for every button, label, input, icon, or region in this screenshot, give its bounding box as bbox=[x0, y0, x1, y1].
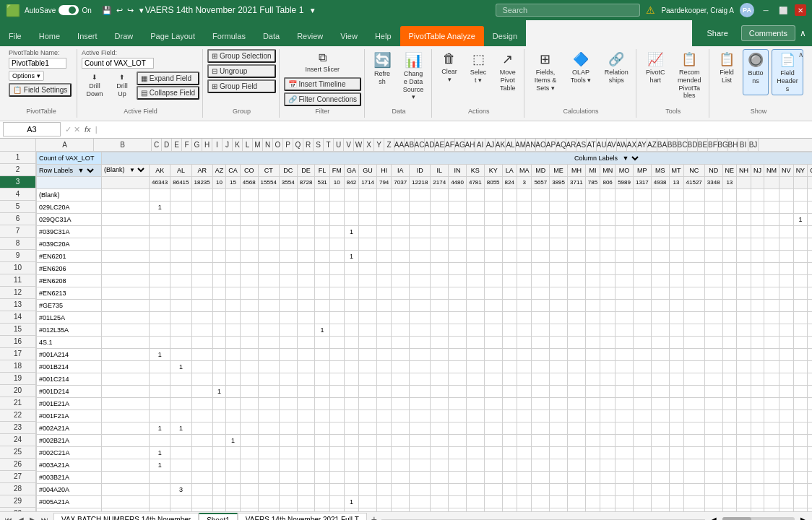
search-input[interactable] bbox=[496, 4, 640, 17]
sheet-tab-vax-batch[interactable]: VAX BATCH NUMBERS 14th November bbox=[53, 513, 199, 520]
move-pivottable-button[interactable]: ↗ Move PivotTable bbox=[494, 49, 521, 94]
data-cell-DE bbox=[297, 287, 315, 299]
tab-nav-last[interactable]: ⏭ bbox=[39, 516, 51, 520]
data-cell-FL bbox=[315, 274, 329, 287]
data-cell-ID bbox=[410, 287, 431, 299]
expand-field-button[interactable]: ▦ Expand Field bbox=[137, 72, 199, 85]
data-cell-KS bbox=[466, 299, 484, 311]
save-icon[interactable]: 💾 bbox=[102, 6, 112, 15]
pivot-table-container[interactable]: Count of VAX_LOTColumn Labels ▼Row Label… bbox=[36, 152, 812, 511]
data-cell-MO bbox=[616, 422, 634, 434]
collapse-field-button[interactable]: ▤ Collapse Field bbox=[137, 86, 199, 100]
tab-insert[interactable]: Insert bbox=[69, 26, 106, 46]
share-button[interactable]: Share bbox=[698, 26, 736, 40]
data-cell-ND bbox=[704, 434, 722, 446]
tab-nav-next[interactable]: ▶ bbox=[27, 516, 38, 520]
change-data-source-button[interactable]: 📊 Change Data Source ▾ bbox=[398, 49, 428, 103]
relationships-button[interactable]: 🔗 Relationships bbox=[600, 49, 633, 94]
data-cell-IN bbox=[449, 201, 467, 213]
olap-tools-button[interactable]: 🔷 OLAP Tools ▾ bbox=[564, 49, 597, 94]
ungroup-button[interactable]: ⊟ Ungroup bbox=[207, 64, 276, 78]
data-cell-ID bbox=[410, 410, 431, 422]
restore-btn[interactable]: ⬜ bbox=[777, 4, 789, 16]
data-cell-AL bbox=[170, 238, 191, 250]
data-cell-CO bbox=[240, 225, 258, 238]
data-cell-NH bbox=[737, 446, 751, 459]
data-cell-GU bbox=[359, 483, 377, 495]
tab-data[interactable]: Data bbox=[254, 26, 288, 46]
horizontal-scroll-right[interactable]: ▶ bbox=[800, 516, 806, 520]
drill-down-button[interactable]: ⬇ Drill Down bbox=[82, 72, 108, 100]
data-cell-CA: 1 bbox=[226, 434, 241, 446]
recommended-pivottables-button[interactable]: 📋 Recommended PivotTables bbox=[673, 49, 706, 102]
tab-help[interactable]: Help bbox=[366, 26, 400, 46]
tab-nav-first[interactable]: ⏮ bbox=[3, 516, 14, 520]
column-labels-filter[interactable]: ▼ bbox=[620, 154, 641, 162]
close-btn[interactable]: ✕ bbox=[795, 4, 806, 16]
tab-review[interactable]: Review bbox=[288, 26, 332, 46]
buttons-button[interactable]: 🔘 Buttons bbox=[743, 49, 769, 95]
clear-button[interactable]: 🗑 Clear ▾ bbox=[436, 49, 462, 94]
minimize-btn[interactable]: ─ bbox=[760, 4, 772, 16]
sheet-tabs-area: ⏮ ◀ ▶ ⏭ VAX BATCH NUMBERS 14th November … bbox=[0, 511, 812, 520]
comments-button[interactable]: Comments bbox=[741, 25, 795, 41]
field-list-button[interactable]: 📋 Field List bbox=[714, 49, 740, 95]
pivotchart-button[interactable]: 📈 PivotChart bbox=[641, 49, 670, 102]
data-cell-GU bbox=[359, 238, 377, 250]
group-selection-button[interactable]: ⊞ Group Selection bbox=[207, 49, 276, 63]
data-cell-MP bbox=[633, 213, 651, 225]
ribbon-collapse-right[interactable]: ∧ bbox=[795, 49, 806, 60]
data-cell-NC bbox=[683, 287, 704, 299]
tab-draw[interactable]: Draw bbox=[106, 26, 142, 46]
data-cell-OH: 1 bbox=[808, 287, 812, 299]
sheet-tab-sheet1[interactable]: Sheet1 bbox=[199, 513, 238, 520]
filter-connections-button[interactable]: 🔗 Filter Connections bbox=[284, 92, 361, 106]
insert-timeline-button[interactable]: 📅 Insert Timeline bbox=[284, 77, 361, 91]
ribbon-collapse-btn[interactable]: ∧ bbox=[800, 28, 806, 38]
autosave-toggle[interactable] bbox=[59, 5, 79, 15]
data-cell-CA bbox=[226, 385, 241, 397]
tab-file[interactable]: File bbox=[0, 26, 30, 46]
data-cell-NV bbox=[779, 201, 794, 213]
quick-access-more[interactable]: ▼ bbox=[138, 6, 145, 14]
data-cell-CT bbox=[258, 360, 279, 373]
data-cell-NC bbox=[683, 188, 704, 201]
tab-home[interactable]: Home bbox=[30, 26, 69, 46]
refresh-button[interactable]: 🔄 Refresh bbox=[369, 49, 395, 88]
tab-nav-prev[interactable]: ◀ bbox=[16, 516, 26, 520]
row-header-20: 20 bbox=[0, 385, 35, 397]
tab-view[interactable]: View bbox=[332, 26, 366, 46]
data-cell-DE bbox=[297, 348, 315, 360]
options-button[interactable]: Options ▾ bbox=[9, 71, 44, 81]
fields-items-button[interactable]: ⊞ Fields, Items & Sets ▾ bbox=[529, 49, 561, 94]
undo-icon[interactable]: ↩ bbox=[116, 6, 123, 15]
insert-slicer-button[interactable]: ⧉ Insert Slicer bbox=[284, 49, 361, 76]
blank-filter[interactable]: ▼ bbox=[126, 166, 147, 174]
data-cell-MO bbox=[616, 188, 634, 201]
tab-pivottable-analyze[interactable]: PivotTable Analyze bbox=[400, 26, 484, 46]
drill-up-button[interactable]: ⬆ Drill Up bbox=[109, 72, 135, 100]
data-cell-IA bbox=[392, 250, 410, 262]
active-field-input[interactable] bbox=[82, 58, 154, 69]
horizontal-scroll-left[interactable]: ◀ bbox=[711, 516, 717, 520]
data-cell-AL bbox=[170, 213, 191, 225]
tab-design[interactable]: Design bbox=[484, 26, 526, 46]
data-cell-MH bbox=[568, 299, 586, 311]
data-cell-NJ bbox=[751, 508, 764, 511]
tab-formulas[interactable]: Formulas bbox=[204, 26, 254, 46]
group-field-button[interactable]: ⊞ Group Field bbox=[207, 79, 276, 93]
redo-icon[interactable]: ↪ bbox=[127, 6, 134, 15]
row-labels-filter[interactable]: ▼ bbox=[75, 166, 96, 175]
select-button[interactable]: ⬚ Select ▾ bbox=[465, 49, 491, 94]
sheet-tab-vaers[interactable]: VAERS 14th November 2021 Full T bbox=[238, 513, 367, 520]
data-cell-MH bbox=[568, 422, 586, 434]
horizontal-scrollbar[interactable] bbox=[722, 517, 795, 520]
cell-address-input[interactable] bbox=[3, 122, 61, 136]
data-cell-IA bbox=[392, 299, 410, 311]
pivottable-name-input[interactable] bbox=[9, 58, 66, 69]
data-cell-AK bbox=[150, 274, 170, 287]
add-sheet-button[interactable]: + bbox=[367, 514, 381, 520]
formula-input[interactable]: Count of VAX_LOT bbox=[101, 122, 809, 136]
field-settings-button[interactable]: 📋 Field Settings bbox=[9, 83, 72, 97]
tab-page-layout[interactable]: Page Layout bbox=[142, 26, 204, 46]
